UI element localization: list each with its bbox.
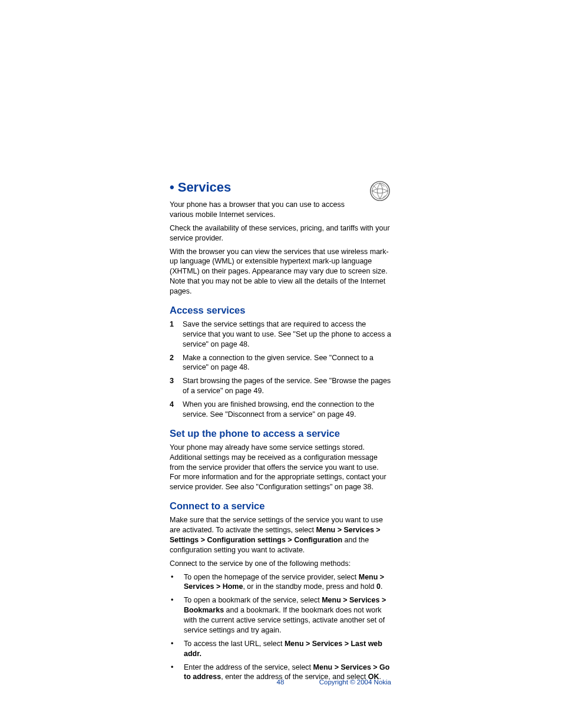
list-item: 2Make a connection to the given service.… [170, 353, 391, 373]
intro-para-2: Check the availability of these services… [170, 223, 391, 243]
globe-icon [369, 180, 391, 202]
list-item: •To open a bookmark of the service, sele… [170, 595, 391, 635]
heading-setup: Set up the phone to access a service [170, 428, 391, 439]
setup-body: Your phone may already have some service… [170, 443, 391, 492]
svg-point-1 [372, 183, 388, 199]
item-text: To access the last URL, select Menu > Se… [184, 639, 391, 659]
access-steps-list: 1Save the service settings that are requ… [170, 319, 391, 420]
title-text: Services [178, 180, 232, 195]
bullet-icon: • [170, 595, 184, 635]
svg-point-0 [371, 182, 389, 200]
heading-connect: Connect to a service [170, 500, 391, 512]
step-text: When you are finished browsing, end the … [183, 400, 391, 420]
copyright-text: Copyright © 2004 Nokia [319, 678, 391, 686]
page-title: •Services [170, 180, 391, 195]
connect-methods-list: •To open the homepage of the service pro… [170, 572, 391, 683]
step-number: 3 [170, 376, 183, 396]
title-bullet-icon: • [170, 180, 174, 195]
step-text: Save the service settings that are requi… [183, 319, 391, 350]
intro-para-3: With the browser you can view the servic… [170, 247, 391, 297]
list-item: 4When you are finished browsing, end the… [170, 400, 391, 420]
step-number: 4 [170, 400, 183, 420]
list-item: 3Start browsing the pages of the service… [170, 376, 391, 396]
connect-p2: Connect to the service by one of the fol… [170, 559, 391, 569]
list-item: •To access the last URL, select Menu > S… [170, 639, 391, 659]
connect-p1: Make sure that the service settings of t… [170, 515, 391, 555]
step-text: Make a connection to the given service. … [183, 353, 391, 373]
step-number: 1 [170, 319, 183, 350]
title-row: •Services [170, 180, 391, 195]
item-text: To open the homepage of the service prov… [184, 572, 391, 592]
document-page: •Services Your phone has a browser that … [0, 0, 562, 728]
bullet-icon: • [170, 572, 184, 592]
intro-para-1: Your phone has a browser that you can us… [170, 200, 346, 220]
list-item: •To open the homepage of the service pro… [170, 572, 391, 592]
page-number: 48 [277, 678, 285, 686]
step-text: Start browsing the pages of the service.… [183, 376, 391, 396]
list-item: 1Save the service settings that are requ… [170, 319, 391, 350]
bullet-icon: • [170, 639, 184, 659]
heading-access-services: Access services [170, 305, 391, 316]
item-text: To open a bookmark of the service, selec… [184, 595, 391, 635]
page-footer: 48 Copyright © 2004 Nokia [170, 678, 391, 686]
step-number: 2 [170, 353, 183, 373]
